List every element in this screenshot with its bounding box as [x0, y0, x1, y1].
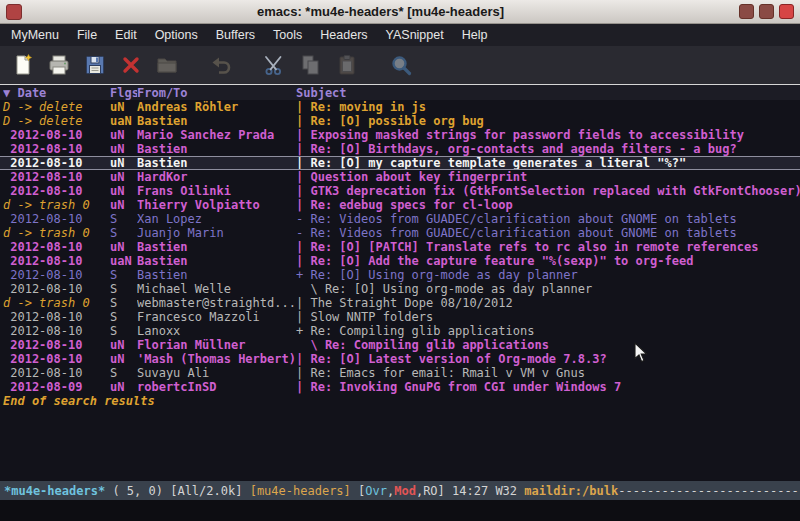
message-from: Michael Welle [137, 282, 296, 296]
modeline-segment-plain: 14:27 [452, 484, 495, 498]
modeline-segment-plain: , [416, 484, 423, 498]
message-subject: | Exposing masked strings for password f… [296, 128, 800, 142]
message-flags: uN [110, 157, 137, 169]
menu-item-options[interactable]: Options [146, 25, 207, 45]
message-row[interactable]: 2012-08-10uNBastien| Re: [O] my capture … [0, 156, 800, 170]
modeline-segment-plain: ( 5, 0) [105, 484, 170, 498]
modeline-segment-plain: , [387, 484, 394, 498]
message-subject: | Re: Emacs for email: Rmail v VM v Gnus [296, 366, 800, 380]
message-from: webmaster@straightd... [137, 296, 296, 310]
toolbar-copy-button [298, 52, 324, 78]
message-subject: \ Re: Compiling glib applications [296, 338, 800, 352]
message-date: D -> delete [3, 114, 110, 128]
message-subject: | Slow NNTP folders [296, 310, 800, 324]
toolbar-save-button[interactable] [82, 52, 108, 78]
column-header-subject[interactable]: Subject [296, 86, 800, 100]
menu-item-file[interactable]: File [68, 25, 106, 45]
modeline-segment-plain: ] [438, 484, 452, 498]
message-flags: S [110, 366, 137, 380]
menu-item-help[interactable]: Help [453, 25, 497, 45]
message-from: Florian Müllner [137, 338, 296, 352]
message-flags: uN [110, 198, 137, 212]
menu-item-headers[interactable]: Headers [311, 25, 376, 45]
headers-buffer: D -> deleteuNAndreas Röhler| Re: moving … [0, 100, 800, 481]
open-folder-icon [155, 53, 179, 77]
message-from: Lanoxx [137, 324, 296, 338]
message-from: Xan Lopez [137, 212, 296, 226]
message-row[interactable]: 2012-08-10uNBastien| Re: [O] [PATCH] Tra… [0, 240, 800, 254]
message-subject: | The Straight Dope 08/10/2012 [296, 296, 800, 310]
message-date: D -> delete [3, 100, 110, 114]
copy-icon [299, 53, 323, 77]
message-row[interactable]: d -> trash 0uNThierry Volpiatto| Re: ede… [0, 198, 800, 212]
message-subject: | Re: [O] [PATCH] Translate refs to rc a… [296, 240, 800, 254]
message-from: Suvayu Ali [137, 366, 296, 380]
message-row[interactable]: 2012-08-10uNFlorian Müllner \ Re: Compil… [0, 338, 800, 352]
undo-icon [209, 53, 233, 77]
toolbar-close-button[interactable] [118, 52, 144, 78]
close-icon [119, 53, 143, 77]
message-row[interactable]: 2012-08-10SBastien+ Re: [O] Using org-mo… [0, 268, 800, 282]
menu-item-buffers[interactable]: Buffers [207, 25, 264, 45]
message-row[interactable]: d -> trash 0Swebmaster@straightd...| The… [0, 296, 800, 310]
title-bar: emacs: *mu4e-headers* [mu4e-headers] [0, 0, 800, 24]
modeline-segment-plain: RO [423, 484, 437, 498]
maximize-button[interactable] [759, 4, 774, 19]
column-header-from[interactable]: From/To [137, 86, 296, 100]
message-from: robertcInSD [137, 380, 296, 394]
message-from: Bastien [137, 142, 296, 156]
message-date: 2012-08-10 [3, 142, 110, 156]
message-from: Bastien [137, 157, 296, 169]
message-subject: | Re: edebug specs for cl-loop [296, 198, 800, 212]
toolbar-search-button[interactable] [388, 52, 414, 78]
message-row[interactable]: 2012-08-09uNrobertcInSD| Re: Invoking Gn… [0, 380, 800, 394]
toolbar-print-button[interactable] [46, 52, 72, 78]
toolbar-cut-button[interactable] [262, 52, 288, 78]
message-subject: | Question about key fingerprint [296, 170, 800, 184]
close-button[interactable] [779, 4, 794, 19]
column-header-flags[interactable]: Flgs [110, 86, 137, 100]
message-row[interactable]: d -> trash 0SJuanjo Marin- Re: Videos fr… [0, 226, 800, 240]
modeline-segment-minor: [mu4e-headers] [250, 484, 358, 498]
message-date: 2012-08-10 [3, 324, 110, 338]
message-from: Mario Sanchez Prada [137, 128, 296, 142]
message-from: HardKor [137, 170, 296, 184]
message-row[interactable]: 2012-08-10SMichael Welle \ Re: [O] Using… [0, 282, 800, 296]
message-flags: uN [110, 100, 137, 114]
menu-item-edit[interactable]: Edit [106, 25, 146, 45]
message-from: Bastien [137, 254, 296, 268]
message-row[interactable]: 2012-08-10uNMario Sanchez Prada| Exposin… [0, 128, 800, 142]
menu-item-yasnippet[interactable]: YASnippet [377, 25, 453, 45]
modeline-segment-buffer: *mu4e-headers* [4, 484, 105, 498]
message-row[interactable]: 2012-08-10SSuvayu Ali| Re: Emacs for ema… [0, 366, 800, 380]
message-row[interactable]: 2012-08-10uNFrans Oilinki| GTK3 deprecat… [0, 184, 800, 198]
message-subject: | Re: moving in js [296, 100, 800, 114]
message-flags: uN [110, 184, 137, 198]
message-flags: S [110, 212, 137, 226]
message-row[interactable]: 2012-08-10SFrancesco Mazzoli| Slow NNTP … [0, 310, 800, 324]
message-subject: | Re: [O] Birthdays, org-contacts and ag… [296, 142, 800, 156]
menu-item-tools[interactable]: Tools [264, 25, 311, 45]
message-row[interactable]: 2012-08-10uNHardKor| Question about key … [0, 170, 800, 184]
message-flags: uN [110, 380, 137, 394]
column-header-date[interactable]: ▼ Date [3, 86, 110, 100]
message-subject: | Re: [O] Add the capture feature "%(sex… [296, 254, 800, 268]
save-icon [83, 53, 107, 77]
message-flags: uaN [110, 114, 137, 128]
message-row[interactable]: 2012-08-10uN'Mash (Thomas Herbert)| Re: … [0, 352, 800, 366]
toolbar-new-file-button[interactable] [10, 52, 36, 78]
window-menu-icon[interactable] [6, 4, 22, 20]
menu-bar: MyMenuFileEditOptionsBuffersToolsHeaders… [0, 24, 800, 46]
message-row[interactable]: 2012-08-10SXan Lopez- Re: Videos from GU… [0, 212, 800, 226]
message-row[interactable]: 2012-08-10uNBastien| Re: [O] Birthdays, … [0, 142, 800, 156]
message-row[interactable]: D -> deleteuaNBastien| Re: [O] possible … [0, 114, 800, 128]
message-row[interactable]: D -> deleteuNAndreas Röhler| Re: moving … [0, 100, 800, 114]
message-flags: S [110, 282, 137, 296]
tool-bar [0, 46, 800, 84]
message-row[interactable]: 2012-08-10uaNBastien| Re: [O] Add the ca… [0, 254, 800, 268]
minimize-button[interactable] [739, 4, 754, 19]
message-row[interactable]: 2012-08-10SLanoxx+ Re: Compiling glib ap… [0, 324, 800, 338]
message-subject: + Re: [O] Using org-mode as day planner [296, 268, 800, 282]
message-from: Bastien [137, 114, 296, 128]
menu-item-mymenu[interactable]: MyMenu [2, 25, 68, 45]
